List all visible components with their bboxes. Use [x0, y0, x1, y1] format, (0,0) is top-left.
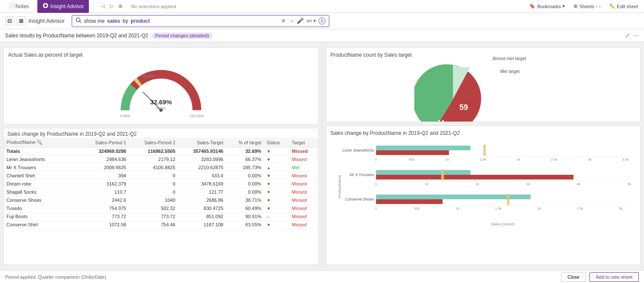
- sheets-button[interactable]: ⊞ Sheets ‹ ›: [571, 3, 603, 10]
- svg-point-2: [76, 18, 80, 22]
- row-target: 1187.108: [178, 221, 226, 229]
- svg-text:500: 500: [414, 207, 420, 210]
- row-name: Fuji Boots: [4, 213, 80, 221]
- row-pct: 0.00%: [226, 180, 264, 188]
- row-status: Missed: [289, 213, 318, 221]
- row-pct: 63.55%: [226, 221, 264, 229]
- gauge-chart-card: Actual Sales as percent of target 32.69%: [3, 47, 319, 125]
- col-status[interactable]: Status: [264, 138, 289, 147]
- table-row: Chantell Shirt 394 0 433.4 0.00% ▼ Misse…: [4, 172, 318, 180]
- gauge-container: 32.69% Sales 0.00% 150.00% 60.00%: [8, 62, 314, 118]
- svg-text:1.5k: 1.5k: [480, 158, 486, 161]
- forward-btn[interactable]: ▷: [108, 3, 115, 10]
- notes-tab[interactable]: 📄 Notes: [3, 0, 34, 13]
- row-target: 433.4: [178, 172, 226, 180]
- row-period1: 2442.6: [80, 196, 129, 204]
- totals-period1: 324969.0286: [80, 147, 129, 155]
- row-arrow: ▼: [264, 172, 289, 180]
- svg-rect-30: [441, 169, 444, 180]
- svg-text:3k: 3k: [526, 182, 530, 186]
- col-productname[interactable]: ProductName 🔍: [4, 138, 80, 147]
- row-pct: 185.73%: [226, 164, 264, 172]
- row-arrow: ▼: [264, 188, 289, 196]
- clear-search-button[interactable]: ✕: [281, 18, 286, 24]
- svg-text:32.69%: 32.69%: [150, 99, 172, 106]
- row-name: Tuxedo: [4, 204, 80, 213]
- table-row: Conserve Shirt 1072.58 754.46 1187.108 6…: [4, 221, 318, 229]
- period-badge[interactable]: Period changes (detailed): [152, 33, 213, 39]
- search-bar[interactable]: show me sales by product ✕ → 🎤 en ▾ ℹ: [72, 15, 329, 27]
- table-row: Shagall Socks 110.7 0 121.77 0.00% ▼ Mis…: [4, 188, 318, 196]
- row-status: Missed: [289, 196, 318, 204]
- search-suffix: by: [123, 18, 128, 24]
- totals-target: 357465.93146: [178, 147, 226, 155]
- search-icon[interactable]: 🔍: [36, 140, 43, 145]
- svg-text:5k: 5k: [627, 182, 631, 186]
- row-name: Conserve Shoes: [4, 196, 80, 204]
- row-period2: 1040: [129, 196, 178, 204]
- selection-status: No selections applied: [131, 4, 176, 9]
- left-panel: Actual Sales as percent of target 32.69%: [0, 42, 322, 270]
- more-options-button[interactable]: ⋯: [633, 32, 639, 39]
- result-title: Sales results by ProductName between 201…: [5, 33, 149, 39]
- table-wrapper[interactable]: ProductName 🔍 Sales-Period 1 Sales-Perio…: [4, 138, 318, 265]
- row-period2: 0: [129, 188, 178, 196]
- row-arrow: ▼: [264, 155, 289, 164]
- bookmark-icon: 🔖: [529, 3, 535, 9]
- svg-rect-41: [507, 194, 509, 205]
- row-pct: 66.37%: [226, 155, 264, 164]
- col-target-status[interactable]: Target: [289, 138, 318, 147]
- svg-text:2.5k: 2.5k: [577, 207, 583, 210]
- row-pct: 0.00%: [226, 188, 264, 196]
- totals-pct: 32.69%: [226, 147, 264, 155]
- right-panel: ProductName count by Sales target Almost…: [322, 42, 644, 270]
- pie-container: Almost met target Met target Missed targ…: [331, 61, 636, 122]
- bookmarks-chevron: ▾: [562, 3, 565, 9]
- svg-text:4k: 4k: [577, 182, 580, 186]
- mic-button[interactable]: 🎤: [297, 18, 304, 24]
- pie-chart-card: ProductName count by Sales target Almost…: [326, 47, 641, 122]
- svg-text:60.00%: 60.00%: [142, 74, 155, 78]
- col-period1[interactable]: Sales-Period 1: [80, 138, 129, 147]
- row-pct: 0.00%: [226, 172, 264, 180]
- svg-rect-40: [376, 199, 442, 204]
- row-period1: 2009.6625: [80, 164, 129, 172]
- row-name: Lenin Jeansshorts: [4, 155, 80, 164]
- col-target[interactable]: Sales-Target: [178, 138, 226, 147]
- snap-btn[interactable]: ⊞: [117, 3, 124, 10]
- bookmarks-button[interactable]: 🔖 Bookmarks ▾: [527, 3, 568, 10]
- back-btn[interactable]: ◁: [100, 3, 106, 10]
- bar-chart-card: Sales change by ProductName in 2019-Q2 a…: [326, 125, 641, 265]
- svg-text:0.00%: 0.00%: [120, 114, 130, 118]
- add-to-sheet-button[interactable]: Add to new sheet: [589, 272, 639, 282]
- submit-search-button[interactable]: →: [289, 18, 294, 24]
- footer-right: Close Add to new sheet: [561, 272, 639, 282]
- table-card: Sales change by ProductName in 2019-Q2 a…: [3, 128, 319, 265]
- pie-chart-title: ProductName count by Sales target: [331, 52, 636, 58]
- table-row: Lenin Jeansshorts 2984.636 2179.12 3283.…: [4, 155, 318, 164]
- lang-selector[interactable]: en ▾: [307, 18, 316, 24]
- gauge-svg: 32.69% Sales 0.00% 150.00% 60.00%: [114, 62, 208, 118]
- col-period2[interactable]: Sales-Period 2: [129, 138, 178, 147]
- panel-toggle-1[interactable]: ⊟: [5, 16, 14, 25]
- edit-icon: ✏️: [609, 3, 615, 9]
- info-button[interactable]: ℹ: [319, 18, 325, 24]
- search-bold2: product: [131, 18, 150, 24]
- row-arrow: ▲: [264, 164, 289, 172]
- edit-sheet-button[interactable]: ✏️ Edit sheet: [607, 3, 641, 10]
- svg-text:2k: 2k: [537, 207, 541, 210]
- row-name: Shagall Socks: [4, 188, 80, 196]
- svg-rect-17: [483, 145, 486, 156]
- panel-toggle-2[interactable]: ⊠: [17, 16, 26, 25]
- svg-text:1k: 1k: [425, 182, 428, 186]
- close-button[interactable]: Close: [561, 272, 586, 282]
- nav-divider: [93, 2, 94, 11]
- period-applied-value: Quarter comparison (OrderDate): [38, 274, 106, 280]
- nav-actions: ◁ ▷ ⊞: [100, 3, 124, 10]
- advisor-tab[interactable]: Insight Advisor: [37, 0, 89, 13]
- expand-button[interactable]: ⤢: [625, 32, 630, 39]
- svg-text:Lenin Jeansshorts: Lenin Jeansshorts: [342, 148, 374, 152]
- col-pct[interactable]: % of target: [226, 138, 264, 147]
- svg-text:2k: 2k: [516, 158, 520, 161]
- top-nav: 📄 Notes Insight Advisor ◁ ▷ ⊞ No selecti…: [0, 0, 644, 13]
